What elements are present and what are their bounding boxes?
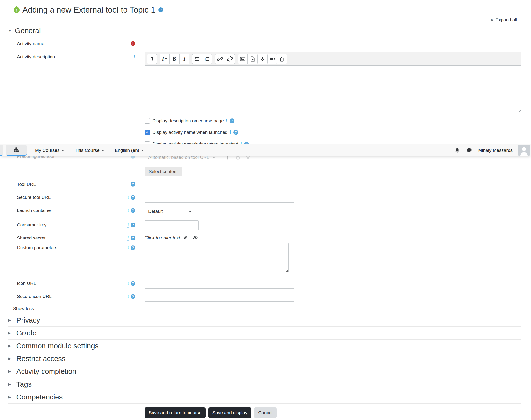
- activity-name-input[interactable]: [145, 39, 294, 49]
- tool-url-label: Tool URL: [17, 182, 131, 187]
- collapse-toolbar-icon[interactable]: [147, 54, 157, 64]
- save-and-return-button[interactable]: Save and return to course: [145, 407, 206, 418]
- nav-language[interactable]: English (en): [115, 148, 144, 153]
- page: ↑ Adding a new External tool to Topic 1 …: [0, 0, 531, 420]
- section-activity-completion-header[interactable]: ▶ Activity completion: [8, 365, 521, 378]
- checkbox-row: Display description on course page ! ?: [145, 117, 521, 125]
- help-icon[interactable]: ?: [131, 182, 135, 187]
- expand-all-link[interactable]: ▶ Expand all: [8, 16, 521, 23]
- activity-description-row: Activity description ! iBI123: [8, 52, 521, 113]
- ordered-list-icon[interactable]: 123: [202, 54, 212, 64]
- site-navigation-button[interactable]: [6, 145, 27, 156]
- help-icon[interactable]: ?: [131, 245, 135, 250]
- warning-icon: !: [127, 208, 129, 213]
- help-icon[interactable]: ?: [131, 195, 135, 200]
- messages-icon[interactable]: [466, 147, 472, 153]
- chevron-down-icon: [141, 150, 144, 152]
- cancel-button[interactable]: Cancel: [254, 407, 276, 418]
- secure-tool-url-input[interactable]: [145, 193, 294, 203]
- checkbox-label: Display description on course page: [152, 118, 224, 123]
- title-help-icon[interactable]: ?: [158, 7, 163, 12]
- section-privacy-header[interactable]: ▶ Privacy: [8, 314, 521, 327]
- toolbar-group: [215, 54, 235, 64]
- record-audio-icon[interactable]: [258, 54, 268, 64]
- editor-content-area[interactable]: [145, 66, 521, 113]
- insert-media-icon[interactable]: [247, 54, 258, 64]
- secure-icon-url-input[interactable]: [145, 292, 294, 301]
- activity-name-row: Activity name !: [8, 39, 521, 49]
- help-icon[interactable]: ?: [131, 281, 135, 286]
- caret-right-icon: ▶: [8, 357, 11, 361]
- help-icon[interactable]: ?: [131, 294, 135, 299]
- warning-icon: !: [127, 294, 129, 299]
- edit-pencil-icon[interactable]: [183, 235, 188, 240]
- icon-url-input[interactable]: [145, 279, 294, 288]
- help-icon[interactable]: ?: [230, 119, 234, 123]
- section-general-header[interactable]: ▼ General: [8, 26, 521, 36]
- nav-tab-partial[interactable]: [0, 145, 3, 156]
- caret-right-icon: ▶: [8, 395, 11, 399]
- launch-container-label: Launch container: [17, 208, 127, 213]
- section-title: Tags: [16, 380, 32, 388]
- avatar[interactable]: [518, 145, 530, 156]
- help-icon[interactable]: ?: [131, 208, 135, 213]
- user-name[interactable]: Mihály Mészáros: [478, 148, 513, 153]
- activity-description-label: Activity description: [17, 54, 134, 60]
- section-tags-header[interactable]: ▶ Tags: [8, 378, 521, 390]
- italic-icon[interactable]: I: [179, 54, 189, 64]
- caret-right-icon: ▶: [8, 382, 11, 386]
- shared-secret-placeholder[interactable]: Click to enter text: [145, 235, 180, 240]
- consumer-key-label: Consumer key: [17, 222, 127, 228]
- reveal-eye-icon[interactable]: [192, 235, 198, 240]
- sitemap-icon: [13, 147, 19, 153]
- section-general-title: General: [15, 27, 41, 35]
- warning-icon: !: [127, 222, 129, 228]
- unlink-icon[interactable]: [225, 54, 235, 64]
- paragraph-styles-icon[interactable]: i: [160, 54, 170, 64]
- tool-url-input[interactable]: [145, 180, 294, 189]
- section-common-module-settings-header[interactable]: ▶ Common module settings: [8, 339, 521, 352]
- section-competencies-header[interactable]: ▶ Competencies: [8, 390, 521, 403]
- editor-toolbar: iBI123: [145, 52, 521, 66]
- insert-image-icon[interactable]: [238, 54, 248, 64]
- custom-parameters-label: Custom parameters: [17, 245, 127, 250]
- section-restrict-access-header[interactable]: ▶ Restrict access: [8, 352, 521, 365]
- nav-link-label: This Course: [75, 148, 99, 153]
- help-icon[interactable]: ?: [131, 236, 135, 240]
- unordered-list-icon[interactable]: [192, 54, 202, 64]
- warning-icon: !: [230, 130, 231, 135]
- display-activity-name-checkbox[interactable]: ✓: [145, 130, 150, 135]
- rich-text-editor: iBI123: [145, 52, 521, 113]
- help-icon[interactable]: ?: [131, 223, 135, 227]
- launch-container-select[interactable]: Default: [145, 206, 195, 217]
- page-title: Adding a new External tool to Topic 1: [22, 5, 155, 15]
- section-grade-header[interactable]: ▶ Grade: [8, 327, 521, 339]
- record-video-icon[interactable]: [267, 54, 277, 64]
- display-description-checkbox[interactable]: [145, 118, 150, 124]
- form-actions: Save and return to course Save and displ…: [145, 407, 521, 418]
- custom-parameters-textarea[interactable]: [145, 243, 288, 272]
- consumer-key-input[interactable]: [145, 220, 199, 230]
- nav-this-course[interactable]: This Course: [75, 148, 104, 153]
- nav-my-courses[interactable]: My Courses: [35, 148, 64, 153]
- nav-link-label: My Courses: [35, 148, 60, 153]
- caret-down-icon: ▼: [8, 29, 12, 33]
- save-and-display-button[interactable]: Save and display: [208, 407, 252, 418]
- link-icon[interactable]: [215, 54, 225, 64]
- select-content-button[interactable]: Select content: [145, 167, 182, 176]
- notifications-bell-icon[interactable]: [454, 147, 460, 153]
- resize-grip-icon[interactable]: [517, 109, 521, 112]
- shared-secret-row: Shared secret !? Click to enter text: [8, 233, 521, 241]
- warning-icon: !: [127, 281, 129, 286]
- toolbar-group: [238, 54, 287, 64]
- svg-text:3: 3: [205, 60, 206, 61]
- caret-right-icon: ▶: [8, 331, 11, 335]
- chevron-down-icon: [102, 150, 104, 152]
- show-less-link[interactable]: Show less...: [13, 306, 38, 311]
- manage-files-icon[interactable]: [277, 54, 287, 64]
- caret-right-icon: ▶: [8, 318, 11, 322]
- help-icon[interactable]: ?: [233, 130, 238, 135]
- warning-icon: !: [127, 195, 129, 200]
- bold-icon[interactable]: B: [169, 54, 180, 64]
- tool-url-row: Tool URL ?: [8, 180, 521, 189]
